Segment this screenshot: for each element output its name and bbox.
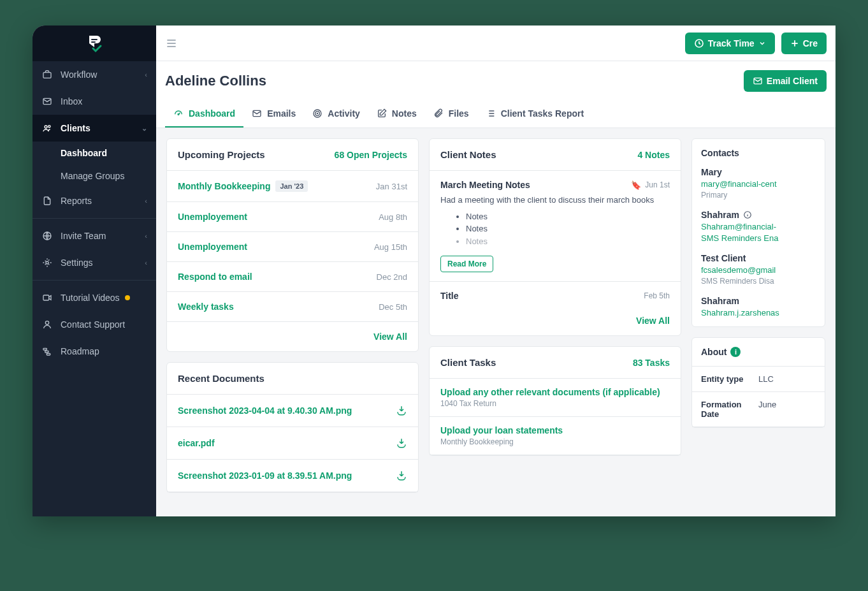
sidebar-item-label: Inbox [61, 96, 82, 106]
sidebar-item-settings[interactable]: Settings ‹ [33, 249, 156, 276]
note-date: 🔖 Jun 1st [631, 180, 670, 190]
topbar-actions: Track Time Cre [685, 33, 827, 54]
tab-label: Activity [328, 108, 360, 119]
contact-sub: SMS Reminders Disa [701, 277, 816, 286]
svg-point-7 [45, 321, 48, 325]
card-title: About [701, 347, 727, 357]
sidebar-item-invite-team[interactable]: Invite Team ‹ [33, 223, 156, 249]
contact-name: Shahram [701, 296, 816, 306]
tab-label: Files [449, 108, 469, 119]
tab-files[interactable]: Files [425, 101, 477, 128]
svg-point-5 [46, 261, 48, 264]
app-logo [84, 33, 105, 54]
download-icon[interactable] [396, 405, 407, 416]
contacts-card: Contacts Mary mary@financial-cent Primar… [691, 138, 825, 327]
tab-activity[interactable]: Activity [304, 101, 368, 128]
about-value: June [758, 400, 776, 419]
contact-item[interactable]: Mary mary@financial-cent Primary [701, 167, 816, 200]
person-icon [41, 319, 53, 330]
tab-label: Client Tasks Report [501, 108, 584, 119]
project-date: Dec 5th [379, 302, 407, 312]
card-header: Client Tasks 83 Tasks [430, 347, 681, 379]
download-icon[interactable] [396, 470, 407, 481]
client-tasks-card: Client Tasks 83 Tasks Upload any other r… [429, 346, 681, 456]
about-key: Entity type [701, 374, 758, 384]
sidebar-sub-dashboard[interactable]: Dashboard [33, 142, 156, 164]
top-bar: Track Time Cre [156, 26, 835, 61]
document-row[interactable]: Screenshot 2023-01-09 at 8.39.51 AM.png [167, 460, 418, 492]
card-header: About i [692, 338, 825, 367]
create-button[interactable]: Cre [781, 33, 827, 54]
about-row: Formation Date June [692, 392, 825, 427]
project-name: Unemployement [178, 212, 247, 222]
project-row[interactable]: Weekly tasks Dec 5th [167, 292, 418, 322]
card-meta: 4 Notes [637, 150, 670, 160]
task-sub: Monthly Bookkeeping [440, 437, 670, 446]
task-name: Upload any other relevant documents (if … [440, 387, 670, 397]
button-label: Track Time [708, 38, 755, 48]
sidebar-item-workflow[interactable]: Workflow ‹ [33, 61, 156, 88]
edit-icon [377, 108, 387, 119]
sidebar-item-label: Invite Team [61, 231, 106, 241]
task-row[interactable]: Upload any other relevant documents (if … [430, 379, 681, 417]
project-row[interactable]: Unemployement Aug 8th [167, 202, 418, 232]
app-window: Workflow ‹ Inbox Clients ⌄ Dashboard Man… [33, 26, 835, 516]
tab-label: Dashboard [189, 108, 235, 119]
contact-email: Shahram.j.zarshenas [701, 308, 816, 317]
content-area: Upcoming Projects 68 Open Projects Month… [156, 128, 835, 516]
tab-notes[interactable]: Notes [368, 101, 425, 128]
column-2: Client Notes 4 Notes March Meeting Notes… [429, 138, 681, 506]
contact-item[interactable]: Test Client fcsalesdemo@gmail SMS Remind… [701, 253, 816, 286]
hamburger-icon[interactable] [165, 37, 178, 50]
contact-item[interactable]: Shahram Shahram.j.zarshenas [701, 296, 816, 317]
sidebar-item-reports[interactable]: Reports ‹ [33, 187, 156, 214]
project-row[interactable]: Respond to email Dec 2nd [167, 262, 418, 292]
email-client-button[interactable]: Email Client [744, 70, 827, 92]
tab-dashboard[interactable]: Dashboard [165, 101, 243, 128]
chevron-left-icon: ‹ [145, 71, 147, 78]
svg-point-3 [48, 126, 50, 128]
tab-emails[interactable]: Emails [243, 101, 304, 128]
project-tag: Jan '23 [275, 180, 308, 192]
document-row[interactable]: eicar.pdf [167, 427, 418, 460]
read-more-button[interactable]: Read More [440, 256, 493, 272]
note-title: March Meeting Notes [440, 180, 530, 190]
sidebar-item-roadmap[interactable]: Roadmap [33, 338, 156, 365]
sidebar-item-clients[interactable]: Clients ⌄ [33, 115, 156, 142]
sidebar-sub-manage-groups[interactable]: Manage Groups [33, 164, 156, 187]
contact-name: Mary [701, 167, 816, 177]
main-area: Track Time Cre Adeline Collins Email Cli… [156, 26, 835, 516]
envelope-icon [41, 96, 53, 107]
contact-name: Test Client [701, 253, 816, 263]
download-icon[interactable] [396, 437, 407, 449]
project-row[interactable]: Monthly Bookkeeping Jan '23 Jan 31st [167, 171, 418, 202]
sidebar-item-label: Tutorial Videos [61, 293, 120, 303]
tab-client-tasks-report[interactable]: Client Tasks Report [477, 101, 592, 128]
contact-name: Shahram [701, 210, 816, 220]
about-key: Formation Date [701, 400, 758, 419]
client-name-title: Adeline Collins [165, 73, 266, 89]
view-all-link[interactable]: View All [430, 306, 681, 335]
card-meta: 83 Tasks [633, 358, 670, 368]
note-header: Title Feb 5th [440, 291, 670, 301]
card-header: Upcoming Projects 68 Open Projects [167, 139, 418, 171]
project-row[interactable]: Unemployement Aug 15th [167, 232, 418, 262]
contact-item[interactable]: Shahram Shahram@financial- SMS Reminders… [701, 210, 816, 243]
chevron-down-icon [758, 40, 766, 47]
document-icon [41, 195, 53, 207]
sidebar-item-inbox[interactable]: Inbox [33, 88, 156, 115]
card-header: Client Notes 4 Notes [430, 139, 681, 171]
clock-icon [694, 38, 704, 48]
svg-point-17 [317, 113, 318, 113]
track-time-button[interactable]: Track Time [685, 33, 775, 54]
sidebar-item-tutorial-videos[interactable]: Tutorial Videos [33, 284, 156, 311]
sidebar-item-contact-support[interactable]: Contact Support [33, 311, 156, 338]
divider [33, 218, 156, 219]
view-all-link[interactable]: View All [167, 322, 418, 351]
chevron-down-icon: ⌄ [141, 124, 147, 133]
sidebar-item-label: Reports [61, 196, 92, 206]
project-date: Aug 15th [374, 242, 407, 252]
svg-rect-9 [45, 351, 48, 353]
task-row[interactable]: Upload your loan statements Monthly Book… [430, 417, 681, 455]
document-row[interactable]: Screenshot 2023-04-04 at 9.40.30 AM.png [167, 395, 418, 427]
